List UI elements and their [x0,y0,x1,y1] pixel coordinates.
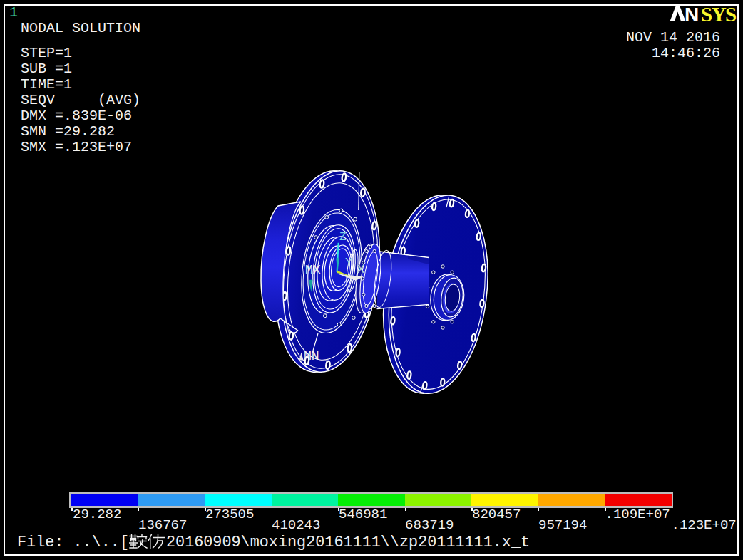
svg-text:SYS: SYS [701,3,736,24]
svg-text:N: N [685,4,699,24]
